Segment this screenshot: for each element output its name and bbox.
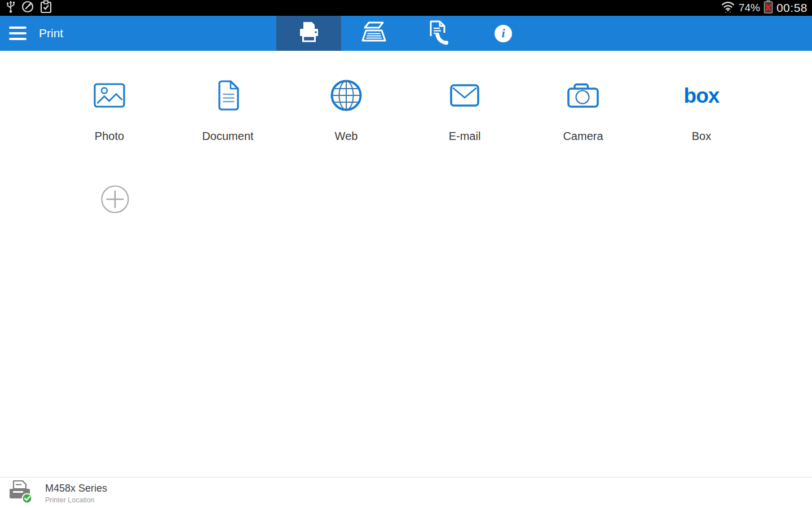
- wifi-icon: [721, 0, 735, 16]
- web-icon: [287, 75, 405, 116]
- plus-icon: [100, 206, 130, 216]
- menu-button[interactable]: [9, 27, 27, 40]
- footer-bar: M458x Series Printer Location: [0, 477, 812, 508]
- printer-icon: [296, 20, 322, 46]
- tab-fax[interactable]: [406, 16, 471, 51]
- printer-location: Printer Location: [45, 496, 107, 504]
- clipboard-check-icon: [39, 0, 52, 16]
- source-tile-web[interactable]: Web: [287, 75, 405, 143]
- tab-scan[interactable]: [341, 16, 406, 51]
- info-icon: i: [495, 25, 512, 42]
- status-bar-right: 74% 00:58: [721, 0, 812, 16]
- photo-icon: [50, 75, 169, 116]
- status-bar-left: [0, 0, 52, 16]
- add-source-button[interactable]: [100, 185, 130, 214]
- camera-icon: [524, 75, 642, 116]
- page-title: Print: [39, 27, 63, 40]
- box-logo: box: [642, 75, 761, 116]
- fax-icon: [426, 19, 451, 47]
- source-tile-camera[interactable]: Camera: [524, 75, 642, 143]
- document-icon: [169, 75, 287, 116]
- clock: 00:58: [776, 0, 807, 16]
- toolbar: Print: [0, 16, 812, 51]
- scanner-icon: [360, 21, 387, 46]
- source-label: Box: [642, 130, 761, 143]
- tab-info[interactable]: i: [471, 16, 536, 51]
- battery-percent: 74%: [739, 0, 760, 16]
- source-tile-email[interactable]: E-mail: [405, 75, 524, 143]
- source-label: Document: [169, 130, 287, 143]
- printer-selector[interactable]: M458x Series Printer Location: [8, 480, 107, 506]
- adb-debug-icon: [21, 0, 34, 16]
- source-tile-photo[interactable]: Photo: [50, 75, 169, 143]
- source-label: Photo: [50, 130, 169, 143]
- email-icon: [405, 75, 524, 116]
- usb-icon: [6, 0, 16, 16]
- source-label: E-mail: [405, 130, 524, 143]
- tab-bar: i: [276, 16, 536, 51]
- source-label: Camera: [524, 130, 642, 143]
- status-bar: 74% 00:58: [0, 0, 812, 16]
- source-tile-box[interactable]: box Box: [642, 75, 761, 143]
- tab-print[interactable]: [276, 16, 341, 51]
- source-tile-document[interactable]: Document: [169, 75, 287, 143]
- source-label: Web: [287, 130, 405, 143]
- battery-alert-icon: [764, 0, 773, 16]
- printer-name: M458x Series: [45, 483, 107, 494]
- printer-ready-icon: [8, 480, 34, 507]
